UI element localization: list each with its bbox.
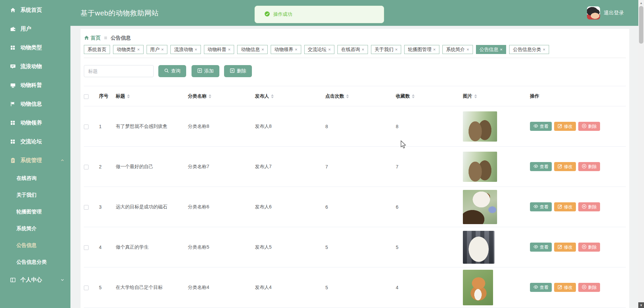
tab-home[interactable]: 系统首页 — [84, 45, 110, 54]
select-all-checkbox[interactable] — [84, 94, 89, 99]
row-checkbox[interactable] — [84, 205, 89, 210]
app-title: 基于web的动物救助网站 — [80, 8, 159, 18]
scroll-down-arrow-icon[interactable]: ▼ — [638, 302, 644, 308]
tab-close-icon[interactable]: × — [161, 47, 164, 52]
sidebar-subitem-system-intro[interactable]: 系统简介 — [0, 220, 70, 237]
tab-forum[interactable]: 交流论坛× — [304, 45, 335, 54]
tab-notice-info[interactable]: 公告信息× — [476, 45, 506, 54]
sort-carets-icon[interactable] — [474, 94, 477, 98]
tab-close-icon[interactable]: × — [433, 47, 436, 52]
row-delete-button[interactable]: 删除 — [578, 202, 600, 211]
logout-button[interactable]: 退出登录 — [587, 6, 624, 19]
tab-close-icon[interactable]: × — [137, 47, 140, 52]
scrollbar-thumb[interactable] — [639, 6, 643, 44]
tab-animal-science[interactable]: 动物科普× — [204, 45, 234, 54]
column-header[interactable]: 分类名称 — [188, 86, 255, 106]
sidebar-item-animal-science[interactable]: 动物科普 — [0, 76, 70, 95]
sort-carets-icon[interactable] — [346, 94, 349, 98]
sidebar-subitem-notice-info[interactable]: 公告信息 — [0, 237, 70, 254]
tab-animal-adoption[interactable]: 动物领养× — [271, 45, 301, 54]
sidebar-subitem-about-us[interactable]: 关于我们 — [0, 187, 70, 203]
tab-close-icon[interactable]: × — [261, 47, 264, 52]
row-edit-button[interactable]: 修改 — [554, 122, 576, 131]
row-view-button[interactable]: 查看 — [530, 122, 552, 131]
tab-label: 流浪动物 — [174, 47, 193, 53]
row-view-button[interactable]: 查看 — [530, 162, 552, 171]
row-category: 分类名称8 — [188, 106, 255, 147]
sidebar-item-home[interactable]: 系统首页 — [0, 1, 70, 19]
sidebar-item-animal-type[interactable]: 动物类型 — [0, 38, 70, 57]
success-toast: 操作成功 — [255, 6, 384, 23]
delete-button[interactable]: 删除 — [224, 65, 252, 77]
sidebar-item-system-manage[interactable]: 系统管理 — [0, 151, 70, 170]
tab-about-us[interactable]: 关于我们× — [371, 45, 401, 54]
sidebar-item-stray-animals[interactable]: 流浪动物 — [0, 57, 70, 76]
avatar[interactable] — [587, 6, 600, 19]
row-view-button[interactable]: 查看 — [530, 283, 552, 292]
tab-label: 动物信息 — [241, 47, 260, 53]
row-view-button[interactable]: 查看 — [530, 243, 552, 252]
column-header[interactable]: 点击次数 — [325, 86, 396, 106]
sidebar-subitem-online-consult[interactable]: 在线咨询 — [0, 170, 70, 187]
sidebar-item-users[interactable]: 用户 — [0, 19, 70, 38]
tab-close-icon[interactable]: × — [295, 47, 298, 52]
eye-icon — [533, 123, 538, 130]
column-header-label: 收藏数 — [396, 93, 410, 99]
row-edit-button[interactable]: 修改 — [554, 162, 576, 171]
tab-notice-category[interactable]: 公告信息分类× — [509, 45, 549, 54]
tab-carousel-manage[interactable]: 轮播图管理× — [404, 45, 439, 54]
sort-carets-icon[interactable] — [209, 94, 211, 98]
row-checkbox[interactable] — [84, 165, 89, 169]
breadcrumb-current: 公告信息 — [111, 35, 131, 41]
tab-close-icon[interactable]: × — [543, 47, 545, 52]
column-header[interactable]: 收藏数 — [396, 86, 463, 106]
sidebar-item-animal-info[interactable]: 动物信息 — [0, 95, 70, 113]
tab-animal-type[interactable]: 动物类型× — [113, 45, 144, 54]
row-delete-button[interactable]: 删除 — [578, 243, 600, 252]
sidebar-item-label: 系统管理 — [20, 157, 42, 164]
sort-carets-icon[interactable] — [127, 94, 130, 98]
row-delete-button[interactable]: 删除 — [578, 162, 600, 171]
column-header[interactable]: 发布人 — [255, 86, 325, 106]
sidebar-subitem-carousel-manage[interactable]: 轮播图管理 — [0, 203, 70, 220]
row-delete-button[interactable]: 删除 — [578, 283, 600, 292]
row-delete-button[interactable]: 删除 — [578, 122, 600, 131]
vertical-scrollbar[interactable]: ▲ ▼ — [638, 0, 644, 308]
sort-carets-icon[interactable] — [412, 94, 415, 98]
breadcrumb-home-link[interactable]: 首页 — [84, 35, 101, 41]
sidebar-subitem-notice-category[interactable]: 公告信息分类 — [0, 254, 70, 270]
add-button[interactable]: 添加 — [192, 65, 219, 77]
scroll-up-arrow-icon[interactable]: ▲ — [638, 0, 644, 6]
column-header-label: 点击次数 — [325, 93, 344, 99]
column-header[interactable]: 标题 — [116, 86, 188, 106]
tab-animal-info[interactable]: 动物信息× — [237, 45, 268, 54]
column-header[interactable]: 图片 — [463, 86, 530, 106]
search-input[interactable] — [84, 65, 154, 77]
tab-close-icon[interactable]: × — [362, 47, 364, 52]
sort-carets-icon[interactable] — [271, 94, 274, 98]
tab-users[interactable]: 用户× — [147, 45, 168, 54]
sidebar-item-label: 流浪动物 — [20, 63, 42, 70]
tab-online-consult[interactable]: 在线咨询× — [337, 45, 368, 54]
tab-system-intro[interactable]: 系统简介× — [442, 45, 473, 54]
table-row: 4做个真正的学生分类名称5发布人555查看修改删除 — [84, 227, 626, 267]
query-button[interactable]: 查询 — [158, 65, 186, 77]
sidebar-item-personal-center[interactable]: 个人中心 — [0, 270, 70, 289]
tab-close-icon[interactable]: × — [500, 47, 503, 52]
row-checkbox[interactable] — [84, 286, 89, 290]
row-edit-button[interactable]: 修改 — [554, 243, 576, 252]
sidebar-item-forum[interactable]: 交流论坛 — [0, 132, 70, 151]
tab-close-icon[interactable]: × — [467, 47, 469, 52]
row-checkbox[interactable] — [84, 245, 89, 250]
row-view-button[interactable]: 查看 — [530, 202, 552, 211]
tab-close-icon[interactable]: × — [395, 47, 398, 52]
row-edit-button[interactable]: 修改 — [554, 202, 576, 211]
tab-close-icon[interactable]: × — [195, 47, 197, 52]
row-edit-button[interactable]: 修改 — [554, 283, 576, 292]
tab-close-icon[interactable]: × — [328, 47, 331, 52]
tab-stray-animals[interactable]: 流浪动物× — [170, 45, 201, 54]
row-checkbox[interactable] — [84, 124, 89, 129]
sidebar-item-animal-adoption[interactable]: 动物领养 — [0, 113, 70, 132]
tab-close-icon[interactable]: × — [228, 47, 231, 52]
delete-button-label: 删除 — [237, 68, 246, 74]
